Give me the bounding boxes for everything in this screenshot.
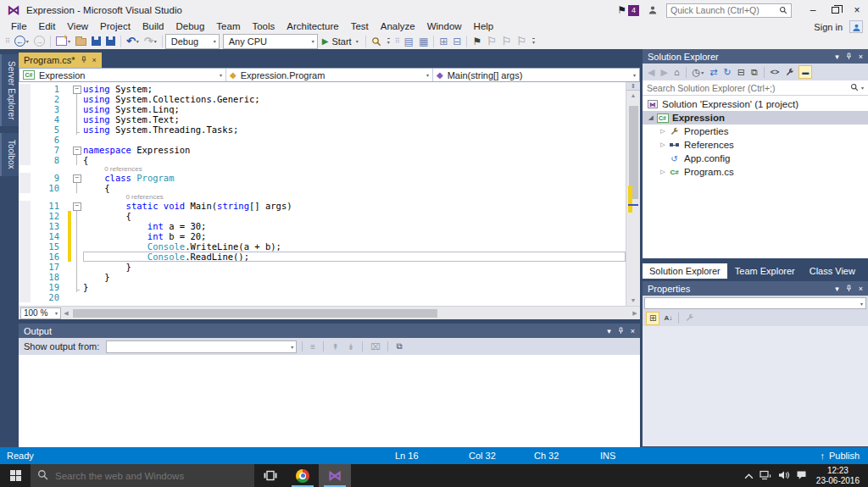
copy-icon[interactable]: ⧉ xyxy=(749,67,760,78)
breakpoint-margin[interactable] xyxy=(19,252,31,262)
tree-expander-icon[interactable]: ▷ xyxy=(658,169,668,175)
clear-all-icon[interactable]: ⌧ xyxy=(368,342,383,351)
undo-icon[interactable]: ↶▾ xyxy=(125,34,141,48)
close-button[interactable]: × xyxy=(846,1,868,19)
next-bookmark-icon[interactable]: ⚐ xyxy=(500,34,514,48)
tree-item-program-cs[interactable]: ▷C#Program.cs xyxy=(643,165,868,179)
new-project-icon[interactable]: ▾ xyxy=(54,34,72,48)
menu-item-window[interactable]: Window xyxy=(421,20,468,33)
scrollbar-thumb[interactable] xyxy=(73,309,437,318)
publish-button[interactable]: ↑Publish xyxy=(820,447,860,464)
sort-alphabetical-icon[interactable]: A↓ xyxy=(662,314,674,322)
breakpoint-margin[interactable] xyxy=(19,292,31,302)
breakpoint-margin[interactable] xyxy=(19,125,31,135)
scroll-right-icon[interactable]: ▶ xyxy=(630,307,640,320)
panel-tab-class-view[interactable]: Class View xyxy=(803,263,862,279)
menu-item-architecture[interactable]: Architecture xyxy=(281,20,344,33)
panel-tab-solution-explorer[interactable]: Solution Explorer xyxy=(643,263,727,279)
feedback-icon[interactable] xyxy=(648,5,658,15)
breakpoint-margin[interactable] xyxy=(19,135,31,145)
toolbox-icon[interactable]: ⊟ xyxy=(451,34,463,48)
tree-item-solution-expression-1-project[interactable]: ⋈Solution 'Expression' (1 project) xyxy=(643,97,868,111)
sign-in-link[interactable]: Sign in xyxy=(814,22,843,32)
autohide-tab-server-explorer[interactable]: Server Explorer xyxy=(0,54,19,126)
project-dropdown[interactable]: C# Expression▾ xyxy=(19,69,226,81)
sync-with-active-document-icon[interactable]: ⇄ xyxy=(708,67,719,78)
window-position-icon[interactable]: ▾ xyxy=(607,327,611,335)
tree-expander-icon[interactable]: ◢ xyxy=(646,114,656,121)
code-text[interactable]: using System.Collections.Generic; xyxy=(83,94,626,104)
refresh-icon[interactable]: ↻ xyxy=(721,67,732,78)
tray-expand-chevron-icon[interactable] xyxy=(744,471,754,481)
document-tab-program-cs[interactable]: Program.cs* × xyxy=(19,53,102,68)
taskbar-search-box[interactable] xyxy=(31,464,254,487)
taskbar-search-input[interactable] xyxy=(55,471,248,481)
code-text[interactable]: { xyxy=(83,183,626,193)
outlining-collapse-icon[interactable] xyxy=(71,201,83,211)
redo-icon[interactable]: ↷▾ xyxy=(142,34,159,48)
search-options-icon[interactable]: ▾ xyxy=(861,85,864,91)
properties-grid[interactable] xyxy=(643,326,868,446)
vertical-scrollbar[interactable]: ⇕ ▲ ▼ xyxy=(626,82,640,306)
code-text[interactable]: } xyxy=(83,282,626,292)
tree-expander-icon[interactable]: ▷ xyxy=(658,141,668,148)
clear-bookmarks-icon[interactable]: ⚐ xyxy=(515,34,528,48)
menu-item-project[interactable]: Project xyxy=(94,20,136,33)
toggle-word-wrap-icon[interactable]: ⧉ xyxy=(393,341,404,351)
menu-item-test[interactable]: Test xyxy=(345,20,375,33)
type-dropdown[interactable]: ◆ Expression.Program▾ xyxy=(226,69,433,81)
current-line[interactable]: Console.ReadLine(); xyxy=(83,252,626,262)
view-code-icon[interactable]: <> xyxy=(769,68,782,76)
code-text[interactable]: using System.Linq; xyxy=(83,104,626,114)
scroll-down-icon[interactable]: ▼ xyxy=(626,296,640,306)
code-text[interactable]: using System; xyxy=(83,84,626,94)
close-icon[interactable]: × xyxy=(859,285,863,293)
navigate-forward-icon[interactable]: → xyxy=(32,34,47,48)
start-debug-button[interactable]: ▶Start▾ xyxy=(318,34,363,48)
toolbar-grip[interactable]: ⠿ xyxy=(395,37,399,45)
find-in-files-icon[interactable] xyxy=(370,34,383,48)
close-tab-icon[interactable]: × xyxy=(92,56,97,64)
task-view-button[interactable] xyxy=(254,464,287,487)
solution-explorer-icon[interactable]: ▤ xyxy=(403,34,415,48)
chrome-taskbar-button[interactable] xyxy=(287,464,319,487)
codelens-references[interactable]: 0 references xyxy=(19,165,626,173)
member-dropdown[interactable]: ◆ Main(string[] args)▾ xyxy=(433,69,639,81)
output-source-select[interactable]: ▾ xyxy=(106,340,297,353)
breakpoint-margin[interactable] xyxy=(19,211,31,221)
code-text[interactable]: } xyxy=(83,262,626,272)
volume-icon[interactable] xyxy=(778,470,790,482)
navigate-backward-icon[interactable]: ←▾ xyxy=(13,34,31,48)
breakpoint-margin[interactable] xyxy=(19,231,31,241)
tree-expander-icon[interactable]: ▷ xyxy=(658,128,668,135)
breakpoint-margin[interactable] xyxy=(19,94,31,104)
output-content[interactable] xyxy=(19,355,640,447)
code-text[interactable] xyxy=(83,135,626,145)
breakpoint-margin[interactable] xyxy=(19,84,31,94)
tree-item-app-config[interactable]: ↺App.config xyxy=(643,152,868,165)
back-icon[interactable]: ◀ xyxy=(646,67,656,78)
window-position-icon[interactable]: ▾ xyxy=(835,285,839,293)
code-text[interactable]: using System.Threading.Tasks; xyxy=(83,125,626,135)
preview-selected-items-icon[interactable]: ▬ xyxy=(798,65,812,79)
code-text[interactable]: Console.WriteLine(a + b); xyxy=(83,241,626,252)
solution-explorer-search-box[interactable]: ▾ xyxy=(643,80,868,96)
start-button[interactable] xyxy=(0,464,31,487)
splitter-handle[interactable]: ⇕ xyxy=(626,82,640,91)
forward-icon[interactable]: ▶ xyxy=(659,67,669,78)
menu-item-view[interactable]: View xyxy=(61,20,94,33)
solution-explorer-title-bar[interactable]: Solution Explorer ▾ × xyxy=(643,49,868,64)
solution-platform-select[interactable]: Any CPU▾ xyxy=(223,34,318,49)
auto-hide-pin-icon[interactable] xyxy=(618,327,624,335)
window-position-icon[interactable]: ▾ xyxy=(835,53,839,61)
properties-object-select[interactable]: ▾ xyxy=(644,297,866,309)
tree-item-references[interactable]: ▷References xyxy=(643,138,868,152)
pending-changes-filter-icon[interactable]: ◷▾ xyxy=(691,67,706,78)
find-message-icon[interactable]: ≡ xyxy=(308,342,318,351)
code-editor[interactable]: 1using System;2using System.Collections.… xyxy=(19,82,640,306)
menu-item-build[interactable]: Build xyxy=(136,20,170,33)
code-text[interactable]: { xyxy=(83,211,626,221)
property-pages-icon[interactable] xyxy=(683,313,696,323)
code-text[interactable]: using System.Text; xyxy=(83,114,626,125)
notification-count-badge[interactable]: 4 xyxy=(628,5,639,16)
